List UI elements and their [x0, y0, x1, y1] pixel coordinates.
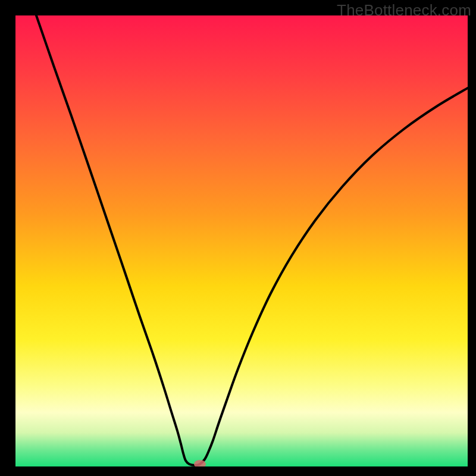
watermark-text: TheBottleneck.com — [337, 1, 471, 20]
optimum-marker — [194, 460, 206, 468]
chart-svg — [0, 0, 476, 476]
chart-container: TheBottleneck.com — [0, 0, 476, 476]
heat-background — [15, 15, 468, 466]
